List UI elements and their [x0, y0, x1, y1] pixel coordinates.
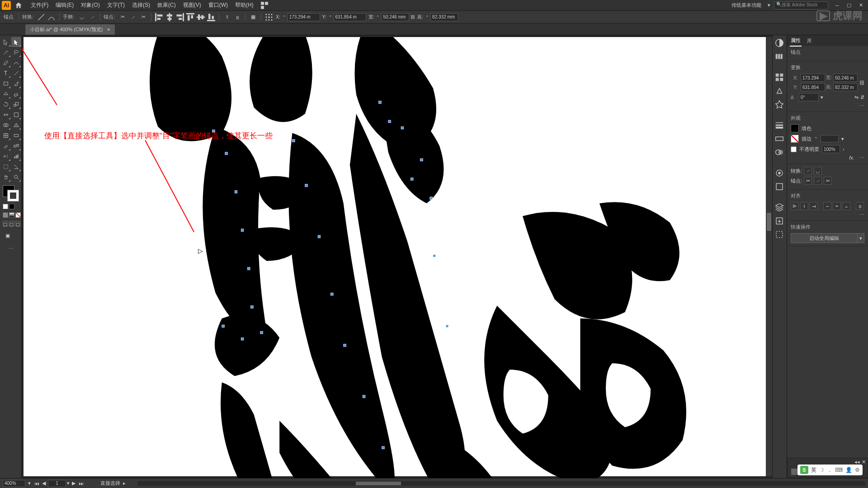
- color-panel-icon[interactable]: [774, 38, 784, 48]
- default-colors-icon[interactable]: [3, 204, 8, 209]
- link-h-icon[interactable]: ⌃: [425, 15, 429, 19]
- handle-show-icon[interactable]: ◡: [77, 13, 86, 22]
- h-scrollbar-thumb[interactable]: [356, 482, 401, 485]
- menu-help[interactable]: 帮助(H): [231, 0, 257, 11]
- menu-file[interactable]: 文件(F): [27, 0, 52, 11]
- align-left-icon[interactable]: [155, 13, 164, 22]
- global-edit-button[interactable]: 启动全局编辑: [791, 233, 858, 243]
- symbol-sprayer-tool[interactable]: [1, 151, 11, 161]
- draw-normal-icon[interactable]: ◻: [3, 221, 8, 226]
- tab-libraries[interactable]: 库: [806, 36, 813, 46]
- link-wh-icon[interactable]: ⛓: [410, 14, 415, 19]
- tab-properties[interactable]: 属性: [790, 35, 802, 47]
- arrange-docs-icon[interactable]: [260, 1, 269, 10]
- horizontal-scrollbar[interactable]: [137, 481, 865, 486]
- panel-h-input[interactable]: [833, 83, 858, 91]
- curvature-tool[interactable]: [11, 58, 21, 68]
- screen-mode-icon[interactable]: ▣: [3, 230, 13, 240]
- appearance-panel-icon[interactable]: [774, 168, 784, 178]
- line-tool[interactable]: [11, 68, 21, 78]
- rectangle-tool[interactable]: [1, 79, 11, 89]
- paintbrush-tool[interactable]: [11, 79, 21, 89]
- artboard-tool[interactable]: [1, 162, 11, 172]
- slice-tool[interactable]: [11, 162, 21, 172]
- cut-path-icon[interactable]: ✂: [139, 13, 148, 22]
- menu-effect[interactable]: 效果(C): [154, 0, 179, 11]
- ime-comma-icon[interactable]: ，: [827, 466, 832, 474]
- remove-anchor-icon[interactable]: ✂: [118, 13, 127, 22]
- y-input[interactable]: [334, 13, 366, 21]
- fill-chip[interactable]: [791, 124, 799, 132]
- align-left-btn[interactable]: ⊫: [791, 202, 799, 210]
- width-tool[interactable]: [1, 110, 11, 120]
- zoom-dropdown-icon[interactable]: ▾: [28, 480, 31, 486]
- opacity-checkbox[interactable]: [791, 146, 797, 152]
- vertical-scrollbar[interactable]: [766, 37, 772, 476]
- next-artboard-icon[interactable]: ▶: [71, 480, 77, 487]
- angle-dropdown-icon[interactable]: ▾: [821, 94, 823, 100]
- chevron-down-icon[interactable]: ▾: [768, 2, 770, 8]
- tab-close-icon[interactable]: ✕: [107, 27, 110, 32]
- layers-panel-icon[interactable]: [774, 202, 784, 212]
- panel-x-input[interactable]: [801, 74, 825, 82]
- minimize-button[interactable]: ─: [832, 1, 843, 9]
- reference-point-icon[interactable]: [264, 13, 274, 22]
- last-artboard-icon[interactable]: ⏭: [78, 480, 84, 487]
- symbols-panel-icon[interactable]: [774, 99, 784, 109]
- align-bottom-icon[interactable]: [207, 13, 216, 22]
- distribute-btn[interactable]: ⫼: [856, 202, 864, 210]
- distribute-v-icon[interactable]: ⫼: [233, 13, 242, 22]
- swatches-panel-icon[interactable]: [774, 72, 784, 82]
- w-input[interactable]: [381, 13, 409, 21]
- mesh-tool[interactable]: [1, 131, 11, 141]
- ime-indicator[interactable]: S 英 ☽ ， ⌨ 👤 ⚙: [797, 465, 863, 475]
- panel-w-input[interactable]: [833, 74, 858, 82]
- flip-v-icon[interactable]: ⇵: [860, 94, 864, 100]
- prev-artboard-icon[interactable]: ◀: [41, 480, 47, 487]
- perspective-tool[interactable]: [11, 120, 21, 130]
- opacity-dropdown-icon[interactable]: ›: [843, 146, 844, 152]
- free-transform-tool[interactable]: [11, 110, 21, 120]
- document-tab[interactable]: 小目标.ai* @ 400% (CMYK/预览) ✕: [25, 24, 115, 35]
- align-right-icon[interactable]: [175, 13, 184, 22]
- hand-tool[interactable]: [1, 172, 11, 182]
- flip-h-icon[interactable]: ⇋: [854, 94, 859, 100]
- menu-window[interactable]: 窗口(W): [205, 0, 231, 11]
- swap-colors-icon[interactable]: [9, 204, 14, 209]
- remove-anchor-btn[interactable]: ✂: [804, 177, 812, 185]
- draw-inside-icon[interactable]: ◻: [15, 221, 21, 226]
- align-top-icon[interactable]: [186, 13, 195, 22]
- maximize-button[interactable]: ▢: [844, 1, 854, 9]
- link-x-icon[interactable]: ⌃: [283, 15, 286, 19]
- gradient-panel-icon[interactable]: [774, 134, 784, 144]
- handle-hide-icon[interactable]: ⟋: [88, 13, 97, 22]
- cf-close-icon[interactable]: ✕: [862, 459, 866, 465]
- convert-smooth-btn[interactable]: ◡: [814, 167, 822, 175]
- color-swatches[interactable]: [3, 185, 19, 202]
- none-mode-icon[interactable]: [15, 212, 21, 218]
- workspace-switcher[interactable]: 传统基本功能: [729, 1, 764, 9]
- stroke-panel-icon[interactable]: [774, 120, 784, 130]
- pen-tool[interactable]: [1, 58, 11, 68]
- h-input[interactable]: [430, 13, 458, 21]
- status-dropdown-icon[interactable]: ▸: [123, 480, 126, 486]
- angle-input[interactable]: [799, 93, 819, 101]
- menu-type[interactable]: 文字(T): [104, 0, 128, 11]
- align-top-btn[interactable]: ⫟: [823, 202, 831, 210]
- blend-tool[interactable]: [11, 141, 21, 151]
- first-artboard-icon[interactable]: ⏮: [33, 480, 40, 487]
- link-dimensions-icon[interactable]: ⛓: [859, 80, 864, 85]
- graphic-styles-icon[interactable]: [774, 182, 784, 192]
- convert-corner-icon[interactable]: [37, 13, 46, 22]
- appearance-more-icon[interactable]: ⋯: [859, 155, 864, 160]
- zoom-input[interactable]: [3, 480, 25, 487]
- ime-person-icon[interactable]: 👤: [845, 467, 852, 473]
- home-icon[interactable]: [14, 1, 23, 9]
- convert-smooth-icon[interactable]: [47, 13, 56, 22]
- reference-point-grid[interactable]: [791, 78, 792, 88]
- stroke-weight-stepper[interactable]: ⌃: [814, 136, 818, 141]
- color-mode-icon[interactable]: [3, 212, 8, 218]
- draw-behind-icon[interactable]: ◻: [9, 221, 14, 226]
- shaper-tool[interactable]: [1, 89, 11, 99]
- convert-corner-btn[interactable]: ⟋: [804, 167, 812, 175]
